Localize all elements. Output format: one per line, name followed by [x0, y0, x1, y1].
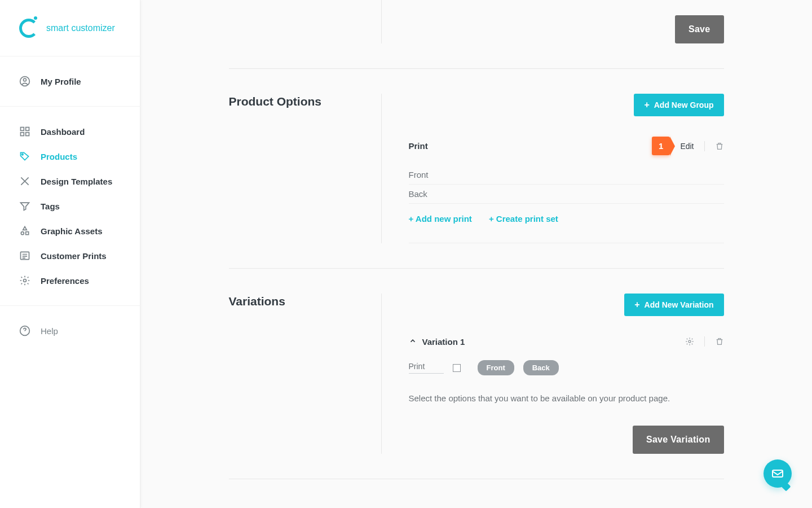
chat-support-button[interactable] [764, 459, 792, 488]
section-variations: Variations + Add New Variation [229, 269, 724, 479]
svg-point-6 [22, 154, 24, 155]
option-item[interactable]: Back [409, 185, 724, 204]
section-product-options: Product Options + Add New Group Print 1 [229, 69, 724, 269]
variation-name: Variation 1 [422, 337, 465, 347]
plus-icon: + [634, 300, 639, 309]
sidebar-item-dashboard[interactable]: Dashboard [0, 119, 140, 144]
save-variation-button[interactable]: Save Variation [633, 426, 724, 454]
shapes-icon [19, 225, 30, 237]
svg-rect-3 [26, 128, 29, 131]
sidebar-item-products[interactable]: Products [0, 144, 140, 169]
option-group-name: Print [409, 141, 428, 151]
sidebar-item-label: Tags [41, 202, 60, 211]
variation-settings-button[interactable] [685, 337, 694, 346]
sidebar-item-my-profile[interactable]: My Profile [0, 69, 140, 94]
svg-rect-2 [21, 128, 24, 131]
sidebar-item-label: Graphic Assets [41, 226, 103, 236]
sidebar-item-design-templates[interactable]: Design Templates [0, 169, 140, 194]
add-new-variation-button[interactable]: + Add New Variation [624, 294, 723, 316]
variation-hint: Select the options that you want to be a… [409, 393, 724, 403]
tools-icon [19, 176, 30, 187]
sidebar-item-label: Customer Prints [41, 251, 107, 261]
group-priority-badge: 1 [652, 137, 670, 155]
chevron-up-icon[interactable] [409, 337, 417, 347]
divider [704, 336, 705, 347]
section-title: Variations [229, 294, 381, 454]
svg-rect-4 [21, 133, 24, 136]
sidebar-item-label: Dashboard [41, 127, 85, 137]
svg-rect-5 [26, 133, 29, 136]
svg-point-10 [24, 279, 27, 282]
add-new-print-link[interactable]: + Add new print [409, 214, 472, 224]
logo-icon [19, 19, 38, 38]
variation-option-label: Print [409, 362, 444, 374]
variation-pill-back[interactable]: Back [523, 360, 559, 375]
sidebar-item-tags[interactable]: Tags [0, 194, 140, 218]
sidebar-item-help[interactable]: Help [0, 318, 140, 343]
funnel-icon [19, 200, 30, 212]
mail-icon [771, 467, 784, 480]
sidebar-item-label: Preferences [41, 276, 89, 286]
option-item[interactable]: Front [409, 165, 724, 185]
save-button[interactable]: Save [675, 15, 724, 43]
variation-pill-front[interactable]: Front [478, 360, 514, 375]
user-circle-icon [19, 76, 30, 87]
brand-logo[interactable]: smart customizer [0, 0, 140, 56]
sidebar-item-label: Products [41, 152, 77, 161]
variation-print-checkbox[interactable] [453, 364, 461, 372]
tag-icon [19, 151, 30, 162]
svg-point-7 [21, 232, 24, 235]
main-content: Active Save Product Options + [140, 0, 812, 508]
sidebar-item-customer-prints[interactable]: Customer Prints [0, 243, 140, 268]
edit-group-link[interactable]: Edit [680, 142, 694, 151]
sidebar-item-graphic-assets[interactable]: Graphic Assets [0, 218, 140, 243]
sidebar-item-label: Help [41, 326, 58, 336]
variation-header: Variation 1 [409, 326, 724, 350]
plus-icon: + [644, 100, 649, 110]
grid-icon [19, 126, 30, 137]
help-circle-icon [19, 325, 30, 336]
section-general: Active Save [229, 0, 724, 69]
svg-point-12 [689, 340, 691, 343]
create-print-set-link[interactable]: + Create print set [489, 214, 558, 224]
brand-name: smart customizer [46, 23, 115, 33]
gear-icon [19, 275, 30, 286]
list-icon [19, 250, 30, 261]
svg-rect-8 [26, 232, 29, 235]
svg-rect-13 [773, 470, 783, 477]
delete-group-button[interactable] [715, 142, 724, 151]
add-new-group-button[interactable]: + Add New Group [634, 94, 723, 116]
delete-variation-button[interactable] [715, 337, 724, 346]
section-title: Product Options [229, 94, 381, 243]
sidebar: smart customizer My Profile Dashboard [0, 0, 140, 508]
option-group-header: Print 1 Edit [409, 126, 724, 157]
button-label: Add New Variation [645, 300, 714, 309]
divider [704, 141, 705, 151]
button-label: Add New Group [654, 100, 714, 110]
sidebar-item-label: My Profile [41, 77, 81, 86]
svg-point-1 [24, 78, 27, 81]
sidebar-item-label: Design Templates [41, 177, 112, 186]
sidebar-item-preferences[interactable]: Preferences [0, 268, 140, 293]
option-items-list: Front Back [409, 165, 724, 204]
